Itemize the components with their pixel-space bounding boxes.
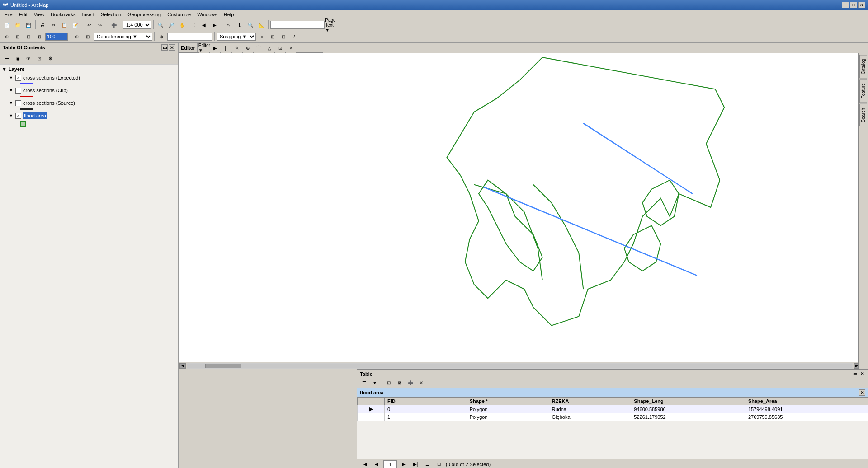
snap-input[interactable] xyxy=(167,33,212,41)
scroll-thumb-h[interactable] xyxy=(205,364,241,368)
layer-name-clip[interactable]: cross sections (Clip) xyxy=(23,88,68,93)
table-select-btn[interactable]: ⊡ xyxy=(384,378,394,388)
table-option-btn[interactable]: ▼ xyxy=(370,378,380,388)
menu-customize[interactable]: Customize xyxy=(165,11,193,18)
georef-btn2[interactable]: ⊞ xyxy=(83,32,93,42)
print-button[interactable]: 🖨 xyxy=(38,20,47,30)
checkbox-source[interactable] xyxy=(15,100,21,106)
show-selected-btn[interactable]: ⊡ xyxy=(434,459,444,468)
layer-name-source[interactable]: cross sections (Source) xyxy=(23,100,75,106)
measure-button[interactable]: 📐 xyxy=(256,20,266,30)
new-button[interactable]: 📄 xyxy=(2,20,12,30)
search-input[interactable] xyxy=(270,21,325,29)
snap-btn1[interactable]: ⊕ xyxy=(156,32,166,42)
editor-btn1[interactable]: ▶ xyxy=(210,43,220,53)
page-text-button[interactable]: Page Text ▼ xyxy=(326,20,335,30)
catalog-tab[interactable]: Catalog xyxy=(859,55,867,78)
snap-opt4[interactable]: / xyxy=(289,32,299,42)
search-tab[interactable]: Search xyxy=(859,104,867,126)
scale-dropdown[interactable]: 1:4 000 xyxy=(123,21,151,29)
editor-tb-btn3[interactable]: ⊟ xyxy=(24,32,33,42)
editor-btn7[interactable]: ⊡ xyxy=(275,43,285,53)
editor-tb-btn4[interactable]: ⊠ xyxy=(34,32,44,42)
find-button[interactable]: 🔍 xyxy=(245,20,255,30)
scroll-track-h[interactable] xyxy=(187,363,853,369)
map-hscroll[interactable]: ◀ ▶ xyxy=(179,362,861,369)
col-rzeka[interactable]: RZEKA xyxy=(549,398,631,405)
editor-btn2[interactable]: ‖ xyxy=(221,43,231,53)
table-close-btn[interactable]: ✕ xyxy=(859,371,865,377)
editor-dropdown-btn[interactable]: Editor ▼ xyxy=(199,43,209,53)
menu-view[interactable]: View xyxy=(31,11,47,18)
editor-btn4[interactable]: ⊕ xyxy=(243,43,253,53)
paste-button[interactable]: 📝 xyxy=(70,20,80,30)
table-menu-btn[interactable]: ☰ xyxy=(359,378,369,388)
editor-btn5[interactable]: ⌒ xyxy=(254,43,264,53)
scroll-left-btn[interactable]: ◀ xyxy=(179,363,186,369)
table-add-btn[interactable]: ➕ xyxy=(406,378,415,388)
editor-btn6[interactable]: △ xyxy=(264,43,274,53)
undo-button[interactable]: ↩ xyxy=(84,20,94,30)
flood-area-close[interactable]: ✕ xyxy=(859,389,865,396)
col-shape-area[interactable]: Shape_Area xyxy=(745,398,868,405)
editor-btn3[interactable]: ✎ xyxy=(232,43,242,53)
pan-button[interactable]: ✋ xyxy=(177,20,187,30)
toc-list-btn[interactable]: ☰ xyxy=(2,53,12,63)
georef-btn1[interactable]: ⊕ xyxy=(72,32,82,42)
next-page-btn[interactable]: ▶ xyxy=(399,459,409,468)
table-del-btn[interactable]: ✕ xyxy=(416,378,426,388)
save-button[interactable]: 💾 xyxy=(24,20,33,30)
toc-select-btn[interactable]: ⊡ xyxy=(34,53,44,63)
menu-file[interactable]: File xyxy=(2,11,15,18)
add-data-button[interactable]: ➕ xyxy=(109,20,119,30)
col-shape-leng[interactable]: Shape_Leng xyxy=(631,398,745,405)
first-page-btn[interactable]: |◀ xyxy=(360,459,370,468)
redo-button[interactable]: ↪ xyxy=(95,20,105,30)
last-page-btn[interactable]: ▶| xyxy=(410,459,420,468)
identify-button[interactable]: ℹ xyxy=(235,20,245,30)
col-fid[interactable]: FID xyxy=(385,398,467,405)
select-button[interactable]: ↖ xyxy=(224,20,234,30)
georeferencing-dropdown[interactable]: Georeferencing ▼ xyxy=(94,33,152,41)
table-row[interactable]: 1 Polygon Głęboka 52261.179052 2769759.8… xyxy=(358,413,868,421)
checkbox-expected[interactable]: ✓ xyxy=(15,75,21,81)
snap-opt3[interactable]: ⊡ xyxy=(278,32,288,42)
menu-geoprocessing[interactable]: Geoprocessing xyxy=(125,11,164,18)
checkbox-clip[interactable] xyxy=(15,88,21,94)
copy-button[interactable]: 📋 xyxy=(59,20,69,30)
menu-help[interactable]: Help xyxy=(221,11,237,18)
close-button[interactable]: ✕ xyxy=(858,2,865,8)
snap-opt1[interactable]: ○ xyxy=(257,32,267,42)
open-button[interactable]: 📁 xyxy=(13,20,23,30)
toc-options-btn[interactable]: ⚙ xyxy=(45,53,55,63)
feature-tab[interactable]: Feature xyxy=(859,79,867,103)
zoom-in-button[interactable]: 🔍 xyxy=(156,20,165,30)
maximize-button[interactable]: □ xyxy=(850,2,857,8)
layer-name-flood[interactable]: flood area xyxy=(23,112,47,119)
checkbox-flood[interactable]: ✓ xyxy=(15,113,21,119)
full-extent-button[interactable]: ⛶ xyxy=(188,20,198,30)
cut-button[interactable]: ✂ xyxy=(48,20,58,30)
zoom-out-button[interactable]: 🔎 xyxy=(166,20,176,30)
next-extent-button[interactable]: ▶ xyxy=(210,20,220,30)
toc-source-btn[interactable]: ◉ xyxy=(13,53,23,63)
menu-edit[interactable]: Edit xyxy=(16,11,30,18)
minimize-button[interactable]: — xyxy=(842,2,849,8)
table-clear-btn[interactable]: ⊠ xyxy=(395,378,405,388)
col-shape[interactable]: Shape * xyxy=(467,398,549,405)
editor-tb-btn1[interactable]: ⊕ xyxy=(2,32,12,42)
menu-bookmarks[interactable]: Bookmarks xyxy=(48,11,78,18)
table-content[interactable]: FID Shape * RZEKA Shape_Leng Shape_Area … xyxy=(357,397,868,459)
page-number-input[interactable] xyxy=(383,460,397,468)
editor-close[interactable]: ✕ xyxy=(286,43,296,53)
layer-input[interactable] xyxy=(45,33,68,41)
table-row[interactable]: ▶ 0 Polygon Rudna 94600.585986 15794498.… xyxy=(358,405,868,413)
toc-close-button[interactable]: ✕ xyxy=(169,44,175,51)
editor-tb-btn2[interactable]: ⊞ xyxy=(13,32,23,42)
menu-selection[interactable]: Selection xyxy=(98,11,124,18)
menu-insert[interactable]: Insert xyxy=(79,11,97,18)
snap-opt2[interactable]: ⊞ xyxy=(268,32,278,42)
table-undock-btn[interactable]: ▭ xyxy=(852,371,858,377)
layer-name-expected[interactable]: cross sections (Expected) xyxy=(23,75,80,80)
snapping-dropdown[interactable]: Snapping ▼ xyxy=(217,33,256,41)
